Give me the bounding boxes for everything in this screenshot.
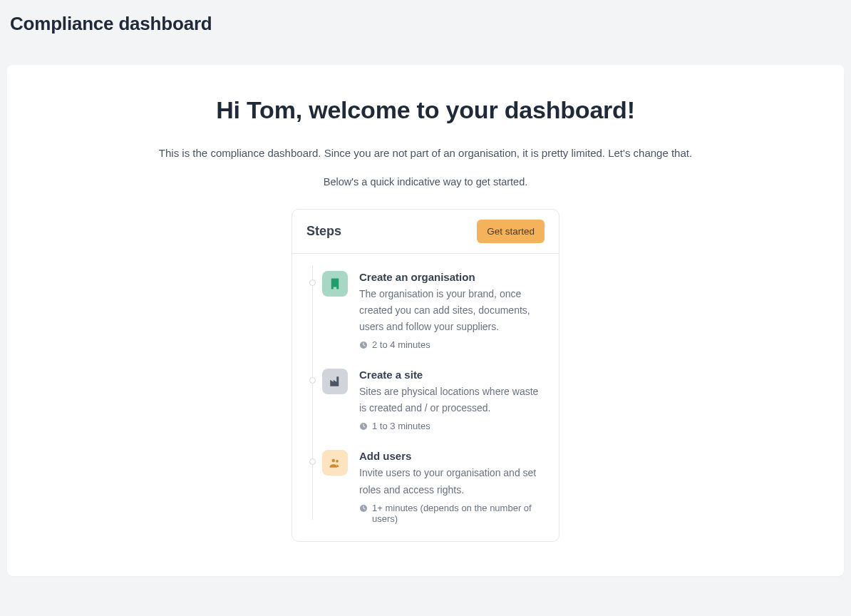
building-icon — [322, 271, 348, 297]
svg-point-3 — [336, 460, 339, 463]
svg-point-2 — [332, 459, 336, 463]
step-description: The organisation is your brand, once cre… — [359, 286, 542, 335]
step-time-label: 1+ minutes (depends on the number of use… — [372, 503, 542, 524]
welcome-subtext-2: Below's a quick indicative way to get st… — [30, 176, 821, 188]
steps-title: Steps — [306, 224, 341, 239]
timeline-marker — [309, 279, 316, 286]
step-add-users: Add users Invite users to your organisat… — [309, 450, 542, 523]
steps-panel: Steps Get started Create an organisation… — [292, 209, 559, 542]
step-time: 2 to 4 minutes — [359, 339, 542, 350]
clock-icon — [359, 341, 368, 349]
steps-panel-header: Steps Get started — [292, 210, 559, 254]
step-create-organisation: Create an organisation The organisation … — [309, 271, 542, 350]
step-title: Create a site — [359, 369, 542, 381]
step-time-label: 2 to 4 minutes — [372, 339, 430, 350]
factory-icon — [322, 369, 348, 394]
steps-list: Create an organisation The organisation … — [292, 254, 559, 541]
step-description: Sites are physical locations where waste… — [359, 384, 542, 416]
get-started-button[interactable]: Get started — [477, 220, 545, 243]
step-time: 1+ minutes (depends on the number of use… — [359, 503, 542, 524]
step-time-label: 1 to 3 minutes — [372, 421, 430, 431]
step-time: 1 to 3 minutes — [359, 421, 542, 431]
step-title: Add users — [359, 450, 542, 462]
welcome-subtext-1: This is the compliance dashboard. Since … — [30, 147, 821, 159]
welcome-card: Hi Tom, welcome to your dashboard! This … — [7, 65, 844, 576]
timeline-marker — [309, 458, 316, 465]
clock-icon — [359, 422, 368, 431]
page-title: Compliance dashboard — [0, 0, 851, 39]
welcome-heading: Hi Tom, welcome to your dashboard! — [30, 96, 821, 124]
clock-icon — [359, 504, 368, 513]
users-icon — [322, 450, 348, 476]
step-create-site: Create a site Sites are physical locatio… — [309, 369, 542, 431]
timeline-marker — [309, 377, 316, 384]
step-description: Invite users to your organisation and se… — [359, 465, 542, 498]
step-title: Create an organisation — [359, 271, 542, 283]
